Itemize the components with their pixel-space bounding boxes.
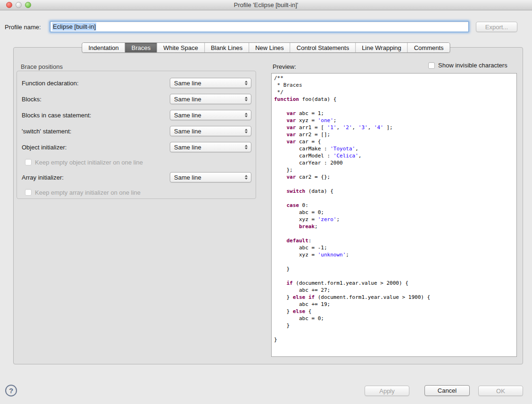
code-line: }; [274, 166, 514, 173]
preview-label: Preview: [273, 63, 296, 70]
code-line: var arr2 = []; [274, 131, 514, 138]
tab-white-space[interactable]: White Space [157, 43, 205, 52]
preview-code: /** * Braces */function foo(data) { var … [271, 73, 517, 357]
dropdown-value: Same line [174, 174, 245, 181]
row-keep-empty-array-initializer-on-one-line: Keep empty array initializer on one line [17, 185, 256, 199]
code-line: var car = { [274, 138, 514, 145]
up-down-arrows-icon [245, 113, 248, 117]
code-line: } [274, 336, 514, 343]
brace-positions-group-label: Brace positions [21, 63, 63, 70]
cancel-button[interactable]: Cancel [424, 385, 470, 396]
row-blocks-in-case-statement: Blocks in case statement:Same line [17, 107, 256, 123]
code-line: carModel : 'Celica', [274, 152, 514, 159]
label-blocks: Blocks: [22, 96, 42, 103]
code-line: break; [274, 223, 514, 230]
checkbox-label: Keep empty array initializer on one line [35, 189, 141, 196]
up-down-arrows-icon [245, 81, 248, 85]
label-switch-statement: 'switch' statement: [22, 128, 71, 135]
code-line: * Braces [274, 82, 514, 89]
code-line [274, 181, 514, 188]
checkbox-label: Keep empty object initializer on one lin… [35, 159, 143, 166]
dropdown-array-initializer[interactable]: Same line [170, 172, 251, 182]
up-down-arrows-icon [245, 97, 248, 101]
code-line: abc += 27; [274, 287, 514, 294]
tab-control-statements[interactable]: Control Statements [291, 43, 356, 52]
code-line: /** [274, 74, 514, 82]
window-titlebar: Profile 'Eclipse [built-in]' [0, 0, 532, 10]
code-line: var arr1 = [ '1', '2', '3', '4' ]; [274, 124, 514, 131]
dropdown-value: Same line [174, 128, 245, 135]
profile-name-value: Eclipse [built-in] [52, 23, 96, 31]
row-blocks: Blocks:Same line [17, 91, 256, 107]
up-down-arrows-icon [245, 175, 248, 180]
show-invisible-characters[interactable]: Show invisible characters [428, 62, 507, 69]
export-button[interactable]: Export... [476, 22, 517, 32]
dropdown-blocks[interactable]: Same line [170, 94, 251, 104]
dropdown-function-declaration[interactable]: Same line [170, 78, 251, 88]
code-line: carYear : 2000 [274, 159, 514, 166]
profile-name-label: Profile name: [5, 24, 41, 31]
tab-new-lines[interactable]: New Lines [249, 43, 291, 52]
code-line: carMake : 'Toyota', [274, 145, 514, 152]
label-blocks-in-case-statement: Blocks in case statement: [22, 112, 91, 119]
label-function-declaration: Function declaration: [22, 80, 79, 87]
tab-bar: IndentationBracesWhite SpaceBlank LinesN… [82, 42, 450, 53]
code-line: var car2 = {}; [274, 173, 514, 181]
code-line: } else { [274, 308, 514, 315]
dropdown-value: Same line [174, 96, 245, 103]
checkbox-keep-empty-object-initializer-on-one-line [25, 159, 32, 165]
code-line: } [274, 265, 514, 272]
dropdown-blocks-in-case-statement[interactable]: Same line [170, 110, 251, 120]
code-line: } else if (document.form1.year.value > 1… [274, 294, 514, 301]
code-line [274, 103, 514, 110]
row-keep-empty-object-initializer-on-one-line: Keep empty object initializer on one lin… [17, 155, 256, 169]
code-line: abc = 0; [274, 209, 514, 216]
code-line [274, 230, 514, 237]
code-line: var abc = 1; [274, 110, 514, 117]
code-line [274, 258, 514, 265]
code-line: } [274, 322, 514, 329]
apply-button[interactable]: Apply [365, 386, 409, 396]
code-line: abc += 19; [274, 301, 514, 308]
up-down-arrows-icon [245, 129, 248, 133]
code-line: xyz = 'zero'; [274, 216, 514, 223]
label-object-initializer: Object initializer: [22, 144, 66, 151]
code-line: switch (data) { [274, 188, 514, 195]
dropdown-value: Same line [174, 80, 245, 87]
code-line: abc = 0; [274, 315, 514, 322]
help-button[interactable]: ? [5, 385, 17, 396]
dropdown-switch-statement[interactable]: Same line [170, 126, 251, 136]
row-switch-statement: 'switch' statement:Same line [17, 123, 256, 139]
code-line: abc = -1; [274, 244, 514, 251]
code-line: default: [274, 237, 514, 244]
tab-indentation[interactable]: Indentation [82, 43, 125, 52]
code-line: if (document.form1.year.value > 2000) { [274, 280, 514, 287]
code-line: */ [274, 89, 514, 96]
code-line: function foo(data) { [274, 96, 514, 103]
code-line [274, 329, 514, 336]
profile-name-input[interactable]: Eclipse [built-in] [50, 21, 469, 32]
tab-blank-lines[interactable]: Blank Lines [205, 43, 249, 52]
label-array-initializer: Array initializer: [22, 174, 64, 181]
code-line [274, 272, 514, 280]
checkbox-keep-empty-array-initializer-on-one-line [25, 189, 32, 196]
brace-positions-box: Function declaration:Same lineBlocks:Sam… [17, 71, 256, 199]
tab-line-wrapping[interactable]: Line Wrapping [356, 43, 408, 52]
dropdown-value: Same line [174, 112, 245, 119]
dropdown-object-initializer[interactable]: Same line [170, 142, 251, 152]
code-line: case 0: [274, 202, 514, 209]
row-function-declaration: Function declaration:Same line [17, 75, 256, 91]
code-line [274, 195, 514, 202]
tab-comments[interactable]: Comments [408, 43, 450, 52]
show-invisible-checkbox[interactable] [428, 62, 435, 69]
up-down-arrows-icon [245, 145, 248, 149]
dropdown-value: Same line [174, 144, 245, 151]
window-title: Profile 'Eclipse [built-in]' [0, 1, 532, 8]
show-invisible-label: Show invisible characters [438, 62, 507, 69]
code-line: xyz = 'unknown'; [274, 251, 514, 258]
ok-button[interactable]: OK [478, 386, 523, 396]
code-line: var xyz = 'one'; [274, 117, 514, 124]
row-array-initializer: Array initializer:Same line [17, 169, 256, 185]
tab-braces[interactable]: Braces [125, 43, 157, 52]
row-object-initializer: Object initializer:Same line [17, 139, 256, 155]
